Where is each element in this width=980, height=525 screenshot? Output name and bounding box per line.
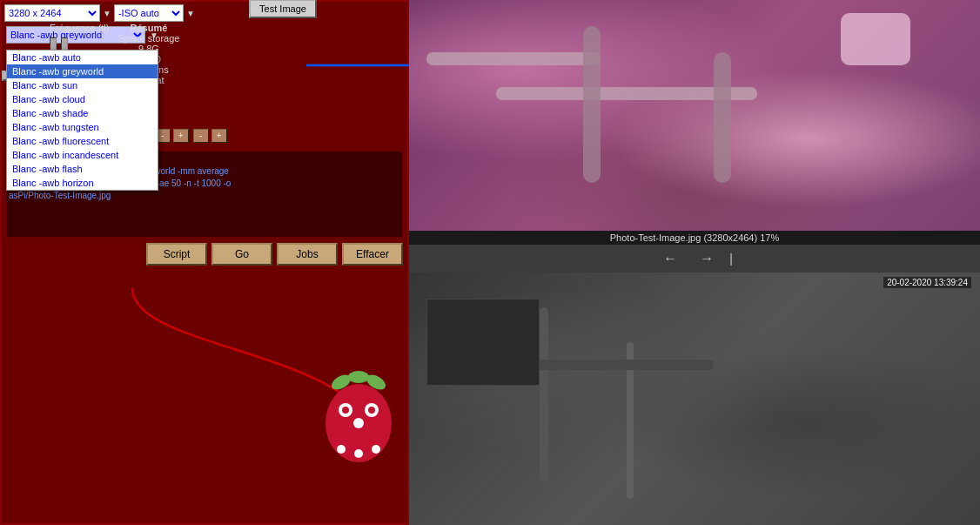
awb-option-incandescent[interactable]: Blanc -awb incandescent (7, 148, 158, 162)
svg-point-10 (337, 445, 346, 454)
dark-box (426, 299, 540, 386)
svg-point-4 (342, 407, 349, 414)
pipe-h-1 (426, 52, 601, 65)
resolution-select[interactable]: 3280 x 2464 (4, 4, 100, 22)
svg-point-7 (348, 371, 369, 383)
svg-point-9 (353, 418, 364, 428)
stepper-pair-row: - + (193, 129, 227, 143)
top-image-inner (409, 0, 980, 231)
bottom-image-inner (409, 273, 980, 525)
freq-label: Fréquence (tl) (50, 23, 109, 33)
storage-label: Space storage (117, 33, 179, 44)
awb-option-sun[interactable]: Blanc -awb sun (7, 78, 158, 92)
hdmi-section-wrapper: HDMI Écran non détectable Stream Netcat … (158, 0, 407, 18)
bottom-camera-image: 20-02-2020 13:39:24 (409, 273, 980, 525)
script-button[interactable]: Script (146, 243, 207, 266)
stepper-plus-row: - + (155, 129, 189, 143)
test-image-row: Test Image (161, 0, 405, 18)
awb-option-flash[interactable]: Blanc -awb flash (7, 162, 158, 176)
bright-spot (841, 13, 910, 65)
awb-option-auto[interactable]: Blanc -awb auto (7, 50, 158, 64)
awb-dropdown: Blanc -awb auto Blanc -awb greyworld Bla… (6, 50, 158, 191)
resume-title: Résumé (117, 23, 179, 33)
iso-select[interactable]: -ISO auto (114, 4, 184, 22)
nav-row: ← → | (409, 245, 980, 273)
stepper-minus-3[interactable]: - (193, 129, 209, 143)
awb-option-greyworld[interactable]: Blanc -awb greyworld (7, 64, 158, 78)
awb-option-horizon[interactable]: Blanc -awb horizon (7, 176, 158, 190)
top-camera-image (409, 0, 980, 231)
awb-option-fluorescent[interactable]: Blanc -awb fluorescent (7, 134, 158, 148)
awb-option-shade[interactable]: Blanc -awb shade (7, 106, 158, 120)
go-button[interactable]: Go (211, 243, 272, 266)
jobs-button[interactable]: Jobs (277, 243, 338, 266)
svg-point-11 (354, 449, 363, 458)
iso-arrow-icon: ▼ (186, 9, 195, 18)
awb-option-tungsten[interactable]: Blanc -awb tungsten (7, 120, 158, 134)
pipe-v-2 (714, 52, 731, 183)
awb-option-cloud[interactable]: Blanc -awb cloud (7, 92, 158, 106)
action-row: Script Go Jobs Effacer (2, 240, 407, 268)
svg-point-5 (368, 407, 375, 414)
dark-pipe-v-1 (540, 307, 548, 481)
prev-arrow-button[interactable]: ← (656, 249, 684, 268)
arrow-down-icon: ▼ (103, 9, 111, 18)
stepper-plus-2[interactable]: + (173, 129, 189, 143)
right-panel: Photo-Test-Image.jpg (3280x2464) 17% ← →… (409, 0, 980, 525)
test-image-button[interactable]: Test Image (249, 0, 317, 18)
photo-info-bar: Photo-Test-Image.jpg (3280x2464) 17% (409, 231, 980, 245)
nav-separator: | (729, 252, 733, 266)
script-line-4: asPi/Photo-Test-Image.jpg (9, 190, 400, 202)
timestamp-overlay: 20-02-2020 13:39:24 (883, 277, 971, 288)
next-arrow-button[interactable]: → (693, 249, 721, 268)
pipe-v-1 (583, 26, 601, 183)
left-panel: 3280 x 2464 ▼ -ISO auto ▼ Blanc -awb gre… (0, 0, 409, 525)
raspi-logo (315, 367, 402, 471)
stepper-plus-3[interactable]: + (211, 129, 227, 143)
svg-point-12 (372, 445, 380, 454)
effacer-button[interactable]: Effacer (342, 243, 403, 266)
